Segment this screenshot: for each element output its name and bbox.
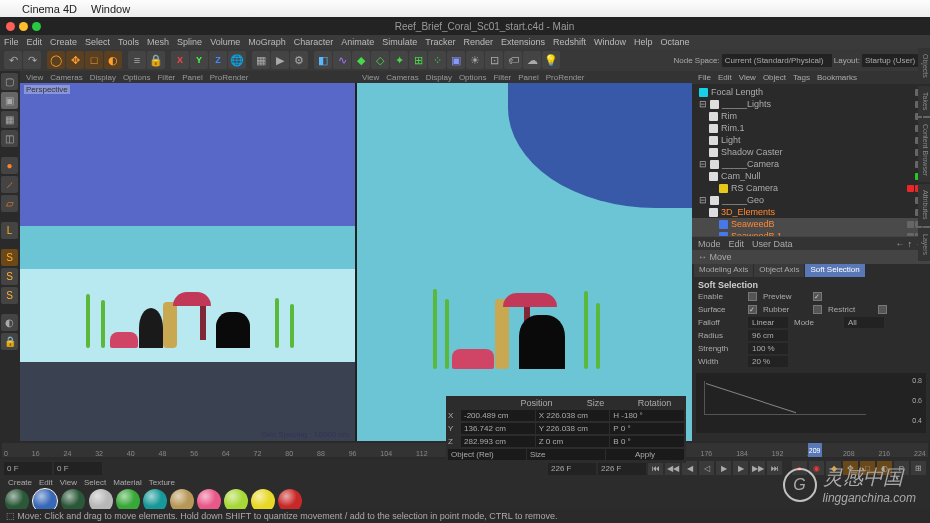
axis-y-button[interactable]: Y bbox=[190, 51, 208, 69]
tree-row[interactable]: 3D_Elements bbox=[692, 206, 930, 218]
coord-field[interactable]: 136.742 cm bbox=[461, 423, 535, 434]
add-generator-button[interactable]: ◆ bbox=[352, 51, 370, 69]
falloff-graph[interactable]: 0.8 0.6 0.4 bbox=[696, 373, 926, 433]
add-more-button[interactable]: 💡 bbox=[542, 51, 560, 69]
poly-mode-button[interactable]: ▱ bbox=[1, 195, 18, 212]
add-scene-button[interactable]: ⊡ bbox=[485, 51, 503, 69]
menu-tracker[interactable]: Tracker bbox=[425, 37, 455, 47]
attr-value[interactable]: 96 cm bbox=[748, 330, 788, 341]
add-field-button[interactable]: ⊞ bbox=[409, 51, 427, 69]
add-spline-button[interactable]: ∿ bbox=[333, 51, 351, 69]
tree-row[interactable]: ⊟_____Lights bbox=[692, 98, 930, 110]
history-button[interactable]: ≡ bbox=[128, 51, 146, 69]
menu-window[interactable]: Window bbox=[594, 37, 626, 47]
dock-tab[interactable]: Layers bbox=[918, 228, 930, 261]
attr-value[interactable]: 20 % bbox=[748, 356, 788, 367]
layout-select[interactable]: Startup (User) bbox=[862, 54, 926, 67]
menu-simulate[interactable]: Simulate bbox=[382, 37, 417, 47]
vp-menu-panel[interactable]: Panel bbox=[518, 73, 538, 82]
vp-menu-view[interactable]: View bbox=[26, 73, 43, 82]
vp-menu-prorender[interactable]: ProRender bbox=[546, 73, 585, 82]
attr-tab[interactable]: Object Axis bbox=[754, 264, 804, 277]
expand-icon[interactable]: ⊟ bbox=[699, 195, 707, 205]
mat-menu-texture[interactable]: Texture bbox=[149, 478, 175, 487]
next-key-button[interactable]: ▶▶ bbox=[750, 461, 765, 475]
vp-menu-filter[interactable]: Filter bbox=[157, 73, 175, 82]
key-scale-button[interactable]: □ bbox=[860, 461, 875, 475]
expand-icon[interactable]: ⊟ bbox=[699, 99, 707, 109]
vp-menu-view[interactable]: View bbox=[362, 73, 379, 82]
mat-menu-view[interactable]: View bbox=[60, 478, 77, 487]
coord-system-button[interactable]: 🌐 bbox=[228, 51, 246, 69]
viewport-left[interactable]: Perspective Grid Spacing : 10000 cm bbox=[20, 83, 355, 441]
coord-field[interactable]: B 0 ° bbox=[610, 436, 684, 447]
add-camera-button[interactable]: ▣ bbox=[447, 51, 465, 69]
record-button[interactable]: ● bbox=[792, 461, 807, 475]
vp-menu-options[interactable]: Options bbox=[459, 73, 487, 82]
menu-spline[interactable]: Spline bbox=[177, 37, 202, 47]
vp-menu-panel[interactable]: Panel bbox=[182, 73, 202, 82]
object-name[interactable]: _____Geo bbox=[722, 195, 912, 205]
visibility-dot[interactable] bbox=[907, 221, 914, 228]
attr-value[interactable]: Linear bbox=[748, 317, 788, 328]
object-name[interactable]: Light bbox=[721, 135, 912, 145]
vp-menu-cameras[interactable]: Cameras bbox=[50, 73, 82, 82]
locked-workplane-button[interactable]: 🔒 bbox=[1, 333, 18, 350]
menu-help[interactable]: Help bbox=[634, 37, 653, 47]
obj-menu-object[interactable]: Object bbox=[763, 73, 786, 82]
checkbox[interactable] bbox=[748, 305, 757, 314]
tree-row[interactable]: Rim bbox=[692, 110, 930, 122]
start-frame-field[interactable]: 0 F bbox=[4, 462, 52, 475]
coord-field[interactable]: P 0 ° bbox=[610, 423, 684, 434]
viewport-solo-button[interactable]: ◐ bbox=[1, 314, 18, 331]
checkbox[interactable] bbox=[813, 305, 822, 314]
scale-button[interactable]: □ bbox=[85, 51, 103, 69]
coord-field[interactable]: X 226.038 cm bbox=[536, 410, 610, 421]
attr-back-button[interactable]: ← bbox=[896, 239, 905, 249]
tree-row[interactable]: ⊟_____Geo bbox=[692, 194, 930, 206]
obj-menu-file[interactable]: File bbox=[698, 73, 711, 82]
obj-menu-bookmarks[interactable]: Bookmarks bbox=[817, 73, 857, 82]
menu-octane[interactable]: Octane bbox=[661, 37, 690, 47]
tree-row[interactable]: Focal Length bbox=[692, 86, 930, 98]
key-rot-button[interactable]: ◐ bbox=[877, 461, 892, 475]
menu-tools[interactable]: Tools bbox=[118, 37, 139, 47]
object-name[interactable]: Rim.1 bbox=[721, 123, 912, 133]
axis-mode-button[interactable]: L bbox=[1, 222, 18, 239]
maximize-icon[interactable] bbox=[32, 22, 41, 31]
play-back-button[interactable]: ◁ bbox=[699, 461, 714, 475]
object-name[interactable]: SeaweedB bbox=[731, 219, 904, 229]
object-name[interactable]: Rim bbox=[721, 111, 912, 121]
tree-row[interactable]: Cam_Null bbox=[692, 170, 930, 182]
key-pos-button[interactable]: ✥ bbox=[843, 461, 858, 475]
viewport-right[interactable] bbox=[357, 83, 692, 441]
coord-field[interactable]: -200.489 cm bbox=[461, 410, 535, 421]
dock-tab[interactable]: Objects bbox=[918, 48, 930, 84]
dock-tab[interactable]: Attributes bbox=[918, 184, 930, 226]
minimize-icon[interactable] bbox=[19, 22, 28, 31]
render-settings-button[interactable]: ⚙ bbox=[290, 51, 308, 69]
point-mode-button[interactable]: ● bbox=[1, 157, 18, 174]
add-mograph-button[interactable]: ⁘ bbox=[428, 51, 446, 69]
object-name[interactable]: RS Camera bbox=[731, 183, 904, 193]
object-tree[interactable]: Focal Length⊟_____LightsRimRim.1LightSha… bbox=[692, 84, 930, 236]
add-light-button[interactable]: ☀ bbox=[466, 51, 484, 69]
attr-value[interactable]: 100 % bbox=[748, 343, 788, 354]
tree-row[interactable]: SeaweedB bbox=[692, 218, 930, 230]
coord-field[interactable]: H -180 ° bbox=[610, 410, 684, 421]
object-name[interactable]: Focal Length bbox=[711, 87, 912, 97]
vp-menu-display[interactable]: Display bbox=[426, 73, 452, 82]
checkbox[interactable] bbox=[748, 292, 757, 301]
dock-tab[interactable]: Content Browser bbox=[918, 118, 930, 182]
object-name[interactable]: Shadow Caster bbox=[721, 147, 912, 157]
vp-menu-filter[interactable]: Filter bbox=[493, 73, 511, 82]
next-frame-button[interactable]: ▶ bbox=[733, 461, 748, 475]
menu-character[interactable]: Character bbox=[294, 37, 334, 47]
visibility-dot[interactable] bbox=[907, 185, 914, 192]
attr-value[interactable]: All bbox=[844, 317, 884, 328]
mat-menu-create[interactable]: Create bbox=[8, 478, 32, 487]
goto-end-button[interactable]: ⏭ bbox=[767, 461, 782, 475]
mac-app-name[interactable]: Cinema 4D bbox=[22, 3, 77, 15]
mat-menu-select[interactable]: Select bbox=[84, 478, 106, 487]
obj-menu-edit[interactable]: Edit bbox=[718, 73, 732, 82]
